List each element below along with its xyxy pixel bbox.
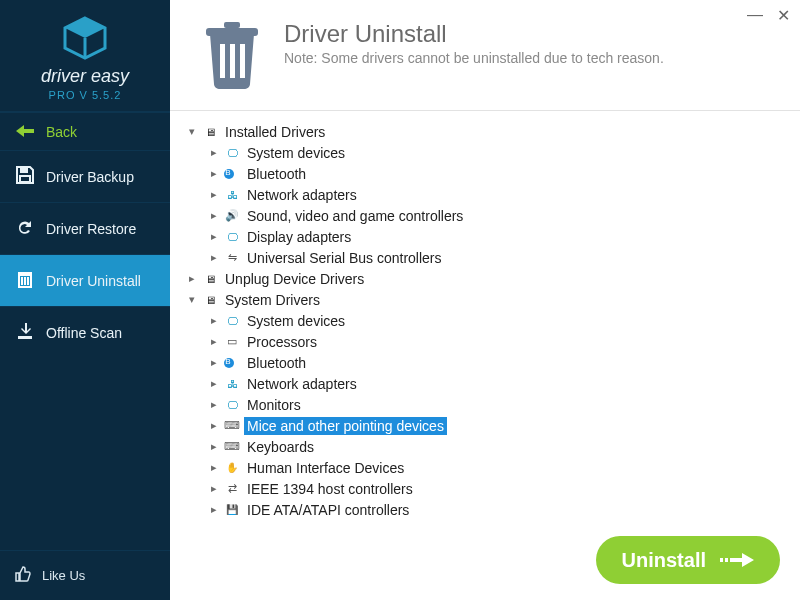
page-title: Driver Uninstall <box>284 20 664 48</box>
tree-node[interactable]: ▸Human Interface Devices <box>186 457 784 478</box>
caret-right-icon[interactable]: ▸ <box>208 146 220 159</box>
tree-node[interactable]: ▸System devices <box>186 310 784 331</box>
svg-rect-11 <box>206 28 258 36</box>
header-text: Driver Uninstall Note: Some drivers cann… <box>284 20 664 94</box>
minimize-button[interactable]: — <box>747 6 763 25</box>
tree-node-label: Mice and other pointing devices <box>244 417 447 435</box>
disp-icon <box>224 398 240 412</box>
tree-node-label: Network adapters <box>244 186 360 204</box>
caret-right-icon[interactable]: ▸ <box>208 461 220 474</box>
nav-back[interactable]: Back <box>0 112 170 150</box>
nav-driver-restore[interactable]: Driver Restore <box>0 202 170 254</box>
caret-right-icon[interactable]: ▸ <box>208 209 220 222</box>
caret-right-icon[interactable]: ▸ <box>208 482 220 495</box>
caret-right-icon[interactable]: ▸ <box>208 419 220 432</box>
tree-node-label: Sound, video and game controllers <box>244 207 466 225</box>
tree-node-label: Installed Drivers <box>222 123 328 141</box>
tree-node-label: IDE ATA/ATAPI controllers <box>244 501 412 519</box>
nav-driver-uninstall[interactable]: Driver Uninstall <box>0 254 170 306</box>
svg-rect-13 <box>220 44 225 78</box>
caret-right-icon[interactable]: ▸ <box>208 251 220 264</box>
tree-node-label: Network adapters <box>244 375 360 393</box>
tree-node[interactable]: ▸Sound, video and game controllers <box>186 205 784 226</box>
caret-right-icon[interactable]: ▸ <box>208 335 220 348</box>
trash-hero-icon <box>200 20 264 94</box>
tree-node[interactable]: ▸Bluetooth <box>186 352 784 373</box>
tree-node[interactable]: ▾System Drivers <box>186 289 784 310</box>
tree-node-label: Monitors <box>244 396 304 414</box>
tree-scroll[interactable]: ▾Installed Drivers▸System devices▸Blueto… <box>170 111 800 520</box>
like-us[interactable]: Like Us <box>0 550 170 600</box>
tree-node[interactable]: ▸Processors <box>186 331 784 352</box>
cpu-icon <box>224 335 240 349</box>
disp-icon <box>224 230 240 244</box>
caret-right-icon[interactable]: ▸ <box>208 314 220 327</box>
caret-down-icon[interactable]: ▾ <box>186 125 198 138</box>
caret-right-icon[interactable]: ▸ <box>208 167 220 180</box>
svg-rect-15 <box>240 44 245 78</box>
tree-node[interactable]: ▸Network adapters <box>186 373 784 394</box>
tree-node-label: System Drivers <box>222 291 323 309</box>
tree-node[interactable]: ▾Installed Drivers <box>186 121 784 142</box>
tree-node[interactable]: ▸IDE ATA/ATAPI controllers <box>186 499 784 520</box>
nav-back-label: Back <box>46 124 77 140</box>
tree-node[interactable]: ▸Bluetooth <box>186 163 784 184</box>
tree-node-label: Bluetooth <box>244 354 309 372</box>
caret-right-icon[interactable]: ▸ <box>208 440 220 453</box>
tree-node-label: Universal Serial Bus controllers <box>244 249 445 267</box>
tree-node[interactable]: ▸Mice and other pointing devices <box>186 415 784 436</box>
trash-icon <box>14 269 36 292</box>
caret-down-icon[interactable]: ▾ <box>186 293 198 306</box>
refresh-icon <box>14 217 36 240</box>
uninstall-button[interactable]: Uninstall <box>596 536 780 584</box>
uninstall-button-label: Uninstall <box>622 549 706 572</box>
tree-node[interactable]: ▸Display adapters <box>186 226 784 247</box>
logo-icon <box>61 16 109 60</box>
tree-node[interactable]: ▸Monitors <box>186 394 784 415</box>
sidebar: driver easy PRO V 5.5.2 Back Driver Back… <box>0 0 170 600</box>
monitor-icon <box>224 314 240 328</box>
net-icon <box>224 377 240 391</box>
tree-node[interactable]: ▸IEEE 1394 host controllers <box>186 478 784 499</box>
caret-right-icon[interactable]: ▸ <box>208 503 220 516</box>
tree-node[interactable]: ▸Network adapters <box>186 184 784 205</box>
caret-right-icon[interactable]: ▸ <box>208 188 220 201</box>
svg-rect-14 <box>230 44 235 78</box>
svg-rect-10 <box>18 336 32 339</box>
tree-node[interactable]: ▸Unplug Device Drivers <box>186 268 784 289</box>
tree-node-label: Bluetooth <box>244 165 309 183</box>
logo-area: driver easy PRO V 5.5.2 <box>0 0 170 112</box>
nav-label: Driver Backup <box>46 169 134 185</box>
tree-node-label: Unplug Device Drivers <box>222 270 367 288</box>
footer: Uninstall <box>170 520 800 600</box>
nav-driver-backup[interactable]: Driver Backup <box>0 150 170 202</box>
caret-right-icon[interactable]: ▸ <box>208 377 220 390</box>
tree-node[interactable]: ▸Keyboards <box>186 436 784 457</box>
svg-marker-1 <box>65 18 105 38</box>
tree-node-label: Processors <box>244 333 320 351</box>
caret-right-icon[interactable]: ▸ <box>186 272 198 285</box>
1394-icon <box>224 482 240 496</box>
nav-offline-scan[interactable]: Offline Scan <box>0 306 170 358</box>
brand-version: PRO V 5.5.2 <box>0 89 170 101</box>
mouse-icon <box>224 419 240 433</box>
svg-rect-6 <box>18 272 32 275</box>
tree-node-label: System devices <box>244 312 348 330</box>
svg-rect-4 <box>20 176 30 182</box>
tree-node[interactable]: ▸Universal Serial Bus controllers <box>186 247 784 268</box>
caret-right-icon[interactable]: ▸ <box>208 356 220 369</box>
kbd-icon <box>224 440 240 454</box>
svg-rect-17 <box>725 558 728 562</box>
close-button[interactable]: ✕ <box>777 6 790 25</box>
usb-icon <box>224 251 240 265</box>
tree-node-label: System devices <box>244 144 348 162</box>
caret-right-icon[interactable]: ▸ <box>208 398 220 411</box>
svg-rect-16 <box>720 558 723 562</box>
caret-right-icon[interactable]: ▸ <box>208 230 220 243</box>
nav-label: Driver Uninstall <box>46 273 141 289</box>
tree-node[interactable]: ▸System devices <box>186 142 784 163</box>
bt-icon <box>224 356 240 370</box>
tree-node-label: Keyboards <box>244 438 317 456</box>
bt-icon <box>224 167 240 181</box>
sidebar-spacer <box>0 358 170 550</box>
